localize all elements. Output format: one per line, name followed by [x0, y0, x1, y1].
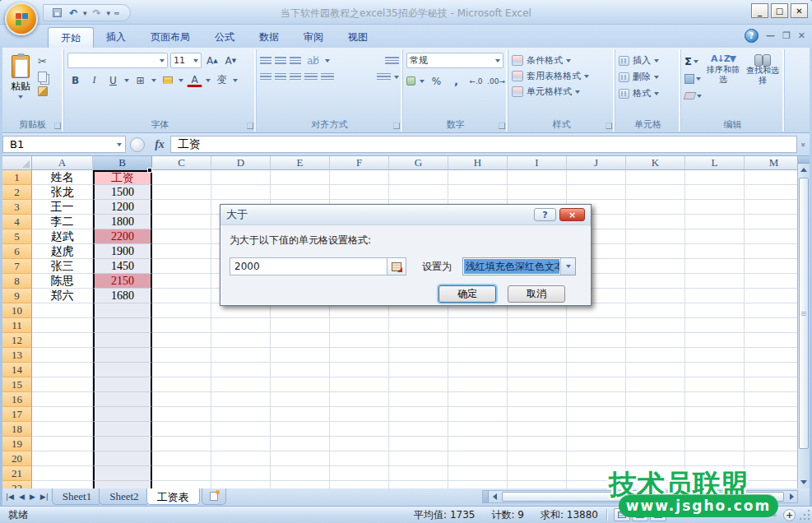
cell-A18[interactable] [32, 422, 93, 437]
cell-A19[interactable] [32, 437, 93, 451]
cell-B22[interactable] [93, 481, 152, 488]
align-bottom-icon[interactable] [290, 57, 301, 65]
cell-C10[interactable] [152, 303, 211, 318]
cell-K13[interactable] [626, 348, 685, 363]
cell-G12[interactable] [389, 333, 448, 348]
cell-A13[interactable] [32, 348, 93, 363]
cell-K15[interactable] [626, 377, 685, 392]
dialog-close-icon[interactable]: × [559, 208, 585, 221]
cell-M21[interactable] [745, 466, 797, 481]
row-header-3[interactable]: 3 [2, 200, 32, 215]
cell-D16[interactable] [211, 392, 271, 407]
row-header-1[interactable]: 1 [2, 170, 32, 185]
cell-C14[interactable] [152, 363, 211, 377]
cell-B19[interactable] [93, 437, 152, 451]
cell-B7[interactable]: 1450 [93, 259, 152, 274]
cell-E13[interactable] [271, 348, 330, 363]
cell-A6[interactable]: 赵虎 [32, 244, 93, 259]
cell-H12[interactable] [448, 333, 508, 348]
cell-B18[interactable] [93, 422, 152, 437]
first-sheet-icon[interactable]: |◀ [6, 493, 14, 501]
align-right-icon[interactable] [290, 73, 301, 81]
cell-M9[interactable] [745, 289, 797, 303]
row-header-4[interactable]: 4 [2, 215, 32, 229]
increase-decimal-icon[interactable]: ←.0 [468, 73, 484, 89]
cell-A15[interactable] [32, 377, 93, 392]
underline-button[interactable]: U [105, 72, 121, 88]
cell-L14[interactable] [685, 363, 745, 377]
workbook-minimize-icon[interactable]: — [766, 30, 775, 41]
cell-G1[interactable] [389, 170, 448, 185]
cell-C2[interactable] [152, 185, 211, 200]
cell-I12[interactable] [508, 333, 567, 348]
cell-F22[interactable] [330, 481, 389, 488]
column-header-K[interactable]: K [626, 156, 685, 170]
workbook-close-icon[interactable]: ✕ [798, 30, 805, 41]
cell-L13[interactable] [685, 348, 745, 363]
styles-item-0[interactable]: 条件格式 [512, 54, 611, 67]
cell-M16[interactable] [745, 392, 797, 407]
alignment-dialog-launcher-icon[interactable] [393, 123, 400, 129]
cell-G14[interactable] [389, 363, 448, 377]
cell-J20[interactable] [567, 451, 626, 466]
tab-公式[interactable]: 公式 [202, 27, 247, 48]
tab-视图[interactable]: 视图 [336, 27, 380, 48]
cell-K18[interactable] [626, 422, 685, 437]
paste-button[interactable]: 粘贴 [5, 53, 36, 112]
cell-J14[interactable] [567, 363, 626, 377]
sheet-tab-Sheet2[interactable]: Sheet2 [99, 488, 149, 505]
cell-K3[interactable] [626, 200, 685, 215]
cell-L7[interactable] [685, 259, 745, 274]
row-header-8[interactable]: 8 [2, 274, 32, 289]
expand-formula-bar-icon[interactable]: » [797, 136, 810, 153]
phonetic-dropdown-icon[interactable] [233, 79, 238, 82]
cell-B8[interactable]: 2150 [93, 274, 152, 289]
styles-dialog-launcher-icon[interactable] [606, 123, 612, 129]
cell-F15[interactable] [330, 377, 389, 392]
cell-D22[interactable] [211, 481, 271, 488]
clipboard-dialog-launcher-icon[interactable] [54, 123, 61, 129]
row-header-7[interactable]: 7 [2, 259, 32, 274]
cell-F11[interactable] [330, 318, 389, 333]
undo-dropdown-icon[interactable]: ▾ [83, 9, 87, 17]
font-size-combo[interactable]: 11 [170, 53, 202, 68]
format-dropdown[interactable]: 浅红填充色深红色文本 [462, 257, 576, 275]
cell-F14[interactable] [330, 363, 389, 377]
phonetic-guide-icon[interactable]: 变 [214, 72, 230, 88]
range-picker-button[interactable] [387, 257, 406, 275]
cell-D1[interactable] [211, 170, 271, 185]
prev-sheet-icon[interactable]: ◀ [19, 493, 25, 501]
cell-M17[interactable] [745, 407, 797, 422]
increase-indent-icon[interactable] [321, 73, 334, 81]
cell-J18[interactable] [567, 422, 626, 437]
cell-F12[interactable] [330, 333, 389, 348]
cell-D13[interactable] [211, 348, 271, 363]
orientation-dropdown-icon[interactable] [325, 59, 330, 62]
scroll-right-icon[interactable] [786, 491, 797, 502]
tab-页面布局[interactable]: 页面布局 [138, 27, 202, 48]
cell-A8[interactable]: 陈思 [32, 274, 93, 289]
row-header-11[interactable]: 11 [2, 318, 32, 333]
cell-M22[interactable] [745, 481, 797, 488]
customize-qat-icon[interactable]: ≂ [114, 9, 120, 17]
threshold-input[interactable]: 2000 [230, 257, 387, 275]
cell-H22[interactable] [448, 481, 508, 488]
cell-M20[interactable] [745, 451, 797, 466]
cell-C20[interactable] [152, 451, 211, 466]
row-header-20[interactable]: 20 [2, 451, 32, 466]
cell-E11[interactable] [271, 318, 330, 333]
cell-A11[interactable] [32, 318, 93, 333]
cell-M8[interactable] [745, 274, 797, 289]
cell-D18[interactable] [211, 422, 271, 437]
row-header-19[interactable]: 19 [2, 437, 32, 451]
tab-开始[interactable]: 开始 [48, 27, 94, 48]
cell-L18[interactable] [685, 422, 745, 437]
cell-C18[interactable] [152, 422, 211, 437]
format-painter-icon[interactable] [38, 86, 48, 96]
cell-I13[interactable] [508, 348, 567, 363]
ok-button[interactable]: 确定 [438, 285, 496, 303]
insert-function-button[interactable]: fx [149, 136, 170, 153]
cell-G21[interactable] [389, 466, 448, 481]
cell-E12[interactable] [271, 333, 330, 348]
font-dialog-launcher-icon[interactable] [247, 123, 253, 129]
